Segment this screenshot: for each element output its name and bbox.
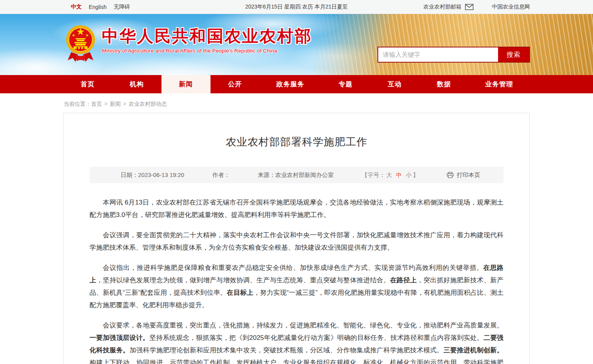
main-nav-list: 首页机构新闻公开政务服务专题互动数据业务管理 <box>63 75 530 93</box>
meta-author: 作者： <box>212 172 230 179</box>
article-paragraph: 会议要求，各地要高度重视，突出重点，强化措施，持续发力，促进施肥精准化、智能化、… <box>89 319 504 364</box>
meta-source-label: 来源： <box>258 172 275 178</box>
nav-item-专题[interactable]: 专题 <box>321 75 370 93</box>
nav-item-新闻[interactable]: 新闻 <box>161 75 211 93</box>
nav-item-机构[interactable]: 机构 <box>112 75 161 93</box>
meta-source: 来源：农业农村部新闻办公室 <box>258 172 334 179</box>
nav-item-公开[interactable]: 公开 <box>211 75 260 93</box>
breadcrumb-link[interactable]: 首页 <box>91 101 102 107</box>
site-title-english: Ministry of Agriculture and Rural Affair… <box>102 48 312 54</box>
topbar-right: 农业农村部邮箱 中国农业信息网 <box>423 4 530 10</box>
nav-item-首页[interactable]: 首页 <box>63 75 112 93</box>
date-lunar-info: 2023年6月15日 星期四 农历 本月21日夏至 <box>245 4 348 10</box>
meta-date-label: 日期： <box>121 172 138 178</box>
meta-date: 日期：2023-06-13 19:20 <box>121 172 184 179</box>
breadcrumb-prefix: 当前位置： <box>64 101 91 107</box>
site-search: 搜索 <box>377 47 530 63</box>
ministry-mailbox-link[interactable]: 农业农村部邮箱 <box>423 4 461 10</box>
print-page-button[interactable]: 打印本页 <box>447 172 480 179</box>
main-navigation: 首页机构新闻公开政务服务专题互动数据业务管理 <box>0 75 593 93</box>
breadcrumb-row: 当前位置：首页>新闻>农业农村部动态 <box>0 93 593 111</box>
nav-item-政务服务[interactable]: 政务服务 <box>260 75 321 93</box>
breadcrumb-link[interactable]: 农业农村部动态 <box>128 101 167 107</box>
nav-item-互动[interactable]: 互动 <box>370 75 419 93</box>
article-meta-bar: 日期：2023-06-13 19:20 作者： 来源：农业农村部新闻办公室 【字… <box>89 167 504 183</box>
fontsize-option-中[interactable]: 中 <box>396 172 402 178</box>
font-size-switcher: 【字号：大 中 小】 <box>362 172 419 179</box>
search-input[interactable] <box>378 47 498 62</box>
print-label: 打印本页 <box>457 172 480 179</box>
article-title: 农业农村部部署科学施肥工作 <box>89 135 504 149</box>
top-utility-bar: 中文 English 无障碍 2023年6月15日 星期四 农历 本月21日夏至… <box>0 0 593 14</box>
printer-icon <box>447 172 454 178</box>
lang-switch-chinese[interactable]: 中文 <box>71 4 82 10</box>
fontsize-suffix: 】 <box>413 172 419 178</box>
nav-item-业务管理[interactable]: 业务管理 <box>468 75 530 93</box>
search-button[interactable]: 搜索 <box>498 47 529 62</box>
article-paragraph: 会议指出，推进科学施肥是保障粮食和重要农产品稳定安全供给、加快形成绿色生产方式、… <box>89 262 504 312</box>
topbar-left: 中文 English 无障碍 <box>63 4 130 10</box>
meta-date-value: 2023-06-13 19:20 <box>138 172 184 178</box>
breadcrumb-link[interactable]: 新闻 <box>110 101 121 107</box>
article-paragraph: 会议强调，要全面贯彻党的二十大精神，落实中央农村工作会议和中央一号文件部署，加快… <box>89 229 504 254</box>
meta-author-label: 作者： <box>212 172 230 178</box>
breadcrumb-separator: > <box>123 101 126 107</box>
nav-item-数据[interactable]: 数据 <box>419 75 468 93</box>
site-banner: 中华人民共和国农业农村部 Ministry of Agriculture and… <box>0 14 593 75</box>
article-paragraph: 本网讯 6月13日，农业农村部在江苏省无锡市召开全国科学施肥现场观摩会，交流各地… <box>89 196 504 221</box>
lang-switch-english[interactable]: English <box>89 4 107 10</box>
envelope-icon[interactable] <box>465 4 474 10</box>
site-logo-area[interactable]: 中华人民共和国农业农村部 Ministry of Agriculture and… <box>65 23 312 65</box>
site-titles: 中华人民共和国农业农村部 Ministry of Agriculture and… <box>102 23 312 54</box>
site-title: 中华人民共和国农业农村部 <box>102 27 312 45</box>
fontsize-option-小[interactable]: 小 <box>406 172 412 178</box>
fontsize-prefix: 【字号： <box>362 172 385 178</box>
breadcrumb-separator: > <box>104 101 107 107</box>
fontsize-option-大[interactable]: 大 <box>386 172 392 178</box>
china-agri-info-net-link[interactable]: 中国农业信息网 <box>492 4 530 10</box>
national-emblem-icon <box>65 23 96 65</box>
article-container: 农业农村部部署科学施肥工作 日期：2023-06-13 19:20 作者： 来源… <box>63 113 530 364</box>
article-body: 本网讯 6月13日，农业农村部在江苏省无锡市召开全国科学施肥现场观摩会，交流各地… <box>89 183 504 364</box>
meta-source-value: 农业农村部新闻办公室 <box>275 172 334 178</box>
accessibility-link[interactable]: 无障碍 <box>114 4 130 10</box>
breadcrumb: 首页>新闻>农业农村部动态 <box>91 101 167 107</box>
